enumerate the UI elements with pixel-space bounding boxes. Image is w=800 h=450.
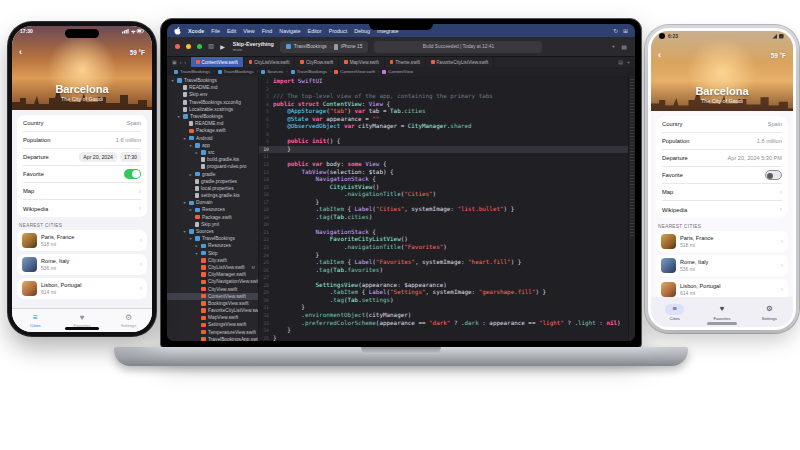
- file-tab-theme-swift[interactable]: Theme.swift: [385, 57, 426, 67]
- code-line[interactable]: 25 .tabItem { Label("Favorites", systemI…: [259, 259, 635, 267]
- tree-item-android[interactable]: ▾ Android: [167, 135, 258, 142]
- go-back-icon[interactable]: ‹: [180, 59, 182, 65]
- tree-item-temperatureview-swift[interactable]: TemperatureView.swift: [167, 329, 258, 336]
- tree-item-readme-md[interactable]: README.md: [167, 84, 258, 91]
- detail-row-map[interactable]: Map›: [662, 184, 782, 201]
- disclosure-icon[interactable]: ▸: [188, 172, 193, 177]
- code-line[interactable]: 7 @ObservedObject var cityManager = City…: [259, 123, 635, 131]
- file-tab-citylistview-swift[interactable]: CityListView.swift: [244, 57, 296, 67]
- disclosure-icon[interactable]: ▾: [182, 200, 187, 205]
- tree-item-contentview-swift[interactable]: ContentView.swift: [167, 293, 258, 300]
- menu-debug[interactable]: Debug: [354, 28, 370, 34]
- tree-item-city-swift[interactable]: City.swift: [167, 257, 258, 264]
- city-row-lisbon-portugal[interactable]: Lisbon, Portugal 614 mi ›: [656, 279, 788, 297]
- tab-settings[interactable]: ⚙Settings: [105, 314, 152, 328]
- detail-row-map[interactable]: Map›: [23, 183, 141, 200]
- tree-item-citymanager-swift[interactable]: CityManager.swift: [167, 271, 258, 278]
- code-line[interactable]: 20: [259, 221, 635, 229]
- tab-cities[interactable]: ≡Cities: [12, 314, 59, 328]
- detail-row-wikipedia[interactable]: Wikipedia›: [662, 201, 782, 218]
- code-line[interactable]: 12 public var body: some View {: [259, 161, 635, 169]
- jump-bar-item[interactable]: ContentView.swift: [334, 69, 375, 74]
- code-editor[interactable]: 1import SwiftUI 2 3/// The top-level vie…: [259, 76, 635, 341]
- picker-capsule[interactable]: 17:30: [120, 152, 141, 162]
- code-line[interactable]: 27: [259, 274, 635, 282]
- code-line[interactable]: 32 .environmentObject(cityManager): [259, 312, 635, 320]
- code-line[interactable]: 33 .preferredColorScheme(appearance == "…: [259, 320, 635, 328]
- code-line[interactable]: 4public struct ContentView: View {: [259, 101, 635, 109]
- activity-view[interactable]: Build Succeeded | Today at 12:41: [374, 41, 542, 53]
- tree-item-mapview-swift[interactable]: MapView.swift: [167, 314, 258, 321]
- tree-item-travelbookings[interactable]: ▾ TravelBookings: [167, 235, 258, 242]
- disclosure-icon[interactable]: ▾: [188, 143, 193, 148]
- jump-bar-item[interactable]: TravelBookings: [218, 69, 254, 74]
- disclosure-icon[interactable]: ▾: [188, 236, 193, 241]
- city-row-rome-italy[interactable]: Rome, Italy 536 mi ›: [17, 254, 147, 275]
- back-button[interactable]: ‹: [19, 48, 22, 57]
- tree-item-settings-gradle-kts[interactable]: settings.gradle.kts: [167, 192, 258, 199]
- menu-xcode[interactable]: Xcode: [188, 28, 204, 34]
- tree-item-domain[interactable]: ▾ Domain: [167, 199, 258, 206]
- disclosure-icon[interactable]: ▸: [194, 243, 199, 248]
- tree-item-local-properties[interactable]: local.properties: [167, 185, 258, 192]
- code-line[interactable]: 18 .tabItem { Label("Cities", systemImag…: [259, 206, 635, 214]
- file-tab-contentview-swift[interactable]: ContentView.swift: [191, 57, 244, 67]
- tree-item-proguard-rules-pro[interactable]: proguard-rules.pro: [167, 163, 258, 170]
- code-line[interactable]: 8: [259, 131, 635, 139]
- disclosure-icon[interactable]: ▾: [194, 251, 199, 256]
- disclosure-icon[interactable]: ▸: [194, 150, 199, 155]
- run-button[interactable]: ▶: [220, 43, 225, 50]
- tree-item-resources[interactable]: ▸ Resources: [167, 206, 258, 213]
- tree-item-bookingsview-swift[interactable]: BookingsView.swift: [167, 300, 258, 307]
- jump-bar-item[interactable]: TravelBookings: [291, 69, 327, 74]
- detail-row-wikipedia[interactable]: Wikipedia›: [23, 200, 141, 217]
- tree-item-readme-md[interactable]: README.md: [167, 120, 258, 127]
- menu-view[interactable]: View: [243, 28, 255, 34]
- code-line[interactable]: 19 .tag(Tab.cities): [259, 214, 635, 222]
- city-row-paris-france[interactable]: Paris, France 518 mi ›: [17, 230, 147, 251]
- tree-item-app[interactable]: ▾ app: [167, 142, 258, 149]
- file-tab-mapview-swift[interactable]: MapView.swift: [339, 57, 385, 67]
- back-button[interactable]: ‹: [658, 51, 661, 60]
- window-minimize-button[interactable]: [186, 44, 191, 49]
- code-line[interactable]: 13 TabView(selection: $tab) {: [259, 169, 635, 177]
- code-line[interactable]: 22 FavoriteCityListView(): [259, 236, 635, 244]
- city-row-lisbon-portugal[interactable]: Lisbon, Portugal 614 mi ›: [17, 278, 147, 299]
- code-line[interactable]: 14 NavigationStack {: [259, 176, 635, 184]
- tree-item-travelbookings[interactable]: ▾ TravelBookings: [167, 113, 258, 120]
- tree-item-skip-env[interactable]: Skip.env: [167, 91, 258, 98]
- file-tab-cityrow-swift[interactable]: CityRow.swift: [295, 57, 339, 67]
- code-line[interactable]: 16 .navigationTitle("Cities"): [259, 191, 635, 199]
- editor-minimap[interactable]: [628, 76, 635, 341]
- menu-product[interactable]: Product: [329, 28, 348, 34]
- code-line[interactable]: 21 NavigationStack {: [259, 229, 635, 237]
- tree-item-resources[interactable]: ▸ Resources: [167, 242, 258, 249]
- tree-item-travelbookings[interactable]: ▾ TravelBookings: [167, 77, 258, 84]
- window-close-button[interactable]: [175, 44, 180, 49]
- editor-layout-icon[interactable]: ▤: [621, 43, 627, 50]
- disclosure-icon[interactable]: ▾: [176, 114, 181, 119]
- file-tab-favoritecitylistview-swift[interactable]: FavoriteCityListView.swift: [426, 57, 494, 67]
- tab-cities[interactable]: ≡Cities: [651, 304, 698, 321]
- menu-navigate[interactable]: Navigate: [279, 28, 300, 34]
- add-tab-icon[interactable]: +: [612, 43, 616, 50]
- tree-item-package-swift[interactable]: Package.swift: [167, 127, 258, 134]
- code-line[interactable]: 3/// The top-level view of the app, cont…: [259, 93, 635, 101]
- code-line[interactable]: 5 @AppStorage("tab") var tab = Tab.citie…: [259, 108, 635, 116]
- code-line[interactable]: 1import SwiftUI: [259, 78, 635, 86]
- tab-favorites[interactable]: ♥Favorites: [59, 314, 106, 328]
- tree-item-sources[interactable]: ▾ Sources: [167, 228, 258, 235]
- disclosure-icon[interactable]: ▾: [170, 78, 175, 83]
- city-row-paris-france[interactable]: Paris, France 518 mi ›: [656, 231, 788, 252]
- run-destination-selector[interactable]: TravelBookings › iPhone 15: [280, 41, 369, 53]
- code-line[interactable]: 35}: [259, 335, 635, 341]
- control-center-icon[interactable]: ⊞: [623, 27, 628, 34]
- tree-item-citynavigationview-swift[interactable]: CityNavigationView.swift: [167, 278, 258, 285]
- tree-item-src[interactable]: ▸ src: [167, 149, 258, 156]
- code-line[interactable]: 26 .tag(Tab.favorites): [259, 267, 635, 275]
- tree-item-travelbookingsapp-swift[interactable]: TravelBookingsApp.swift: [167, 336, 258, 341]
- tree-item-citylistview-swift[interactable]: CityListView.swiftM: [167, 264, 258, 271]
- favorite-toggle[interactable]: [765, 170, 782, 180]
- tree-item-package-swift[interactable]: Package.swift: [167, 214, 258, 221]
- apple-logo-icon[interactable]: [174, 27, 181, 35]
